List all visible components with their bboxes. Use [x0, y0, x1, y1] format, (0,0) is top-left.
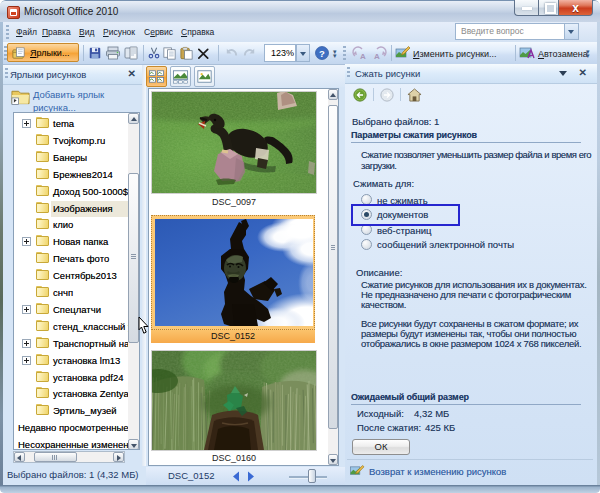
svg-text:A: A [374, 52, 380, 61]
svg-text:?: ? [319, 48, 325, 59]
svg-text:A: A [360, 52, 366, 61]
